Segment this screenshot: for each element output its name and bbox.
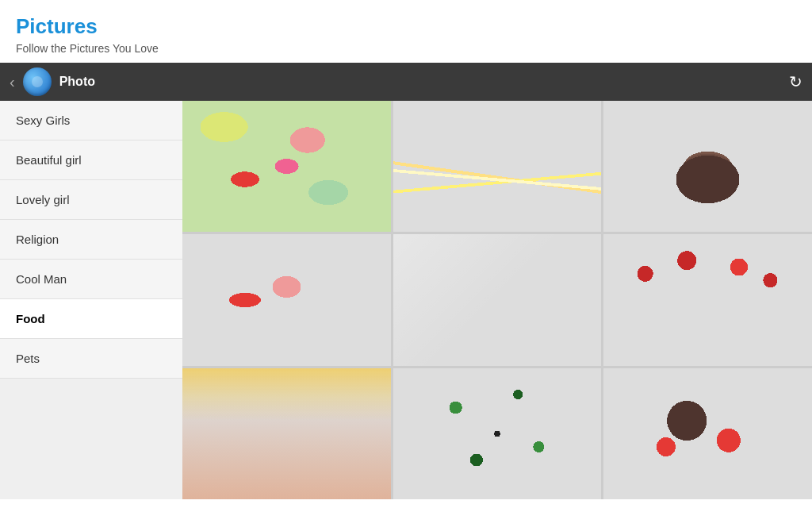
photo-image-noodles bbox=[393, 101, 602, 232]
sidebar-item-religion[interactable]: Religion bbox=[0, 220, 182, 260]
photo-cell-raspberry-cake[interactable] bbox=[603, 234, 812, 365]
photo-cell-pizza[interactable] bbox=[393, 368, 602, 499]
photo-cell-fruits[interactable] bbox=[182, 101, 391, 232]
photo-cell-octopus[interactable] bbox=[603, 368, 812, 499]
navbar: ‹ Photo ↻ bbox=[0, 63, 812, 101]
sidebar-item-beautiful-girl[interactable]: Beautiful girl bbox=[0, 140, 182, 180]
photo-grid bbox=[182, 101, 812, 499]
photo-cell-pancakes[interactable] bbox=[182, 368, 391, 499]
sidebar-item-sexy-girls[interactable]: Sexy Girls bbox=[0, 101, 182, 140]
main-content: Sexy GirlsBeautiful girlLovely girlRelig… bbox=[0, 101, 812, 499]
nav-refresh-button[interactable]: ↻ bbox=[789, 72, 802, 91]
photo-image-raspberry-cake bbox=[603, 234, 812, 365]
nav-back-chevron[interactable]: ‹ bbox=[10, 73, 15, 91]
page-subtitle: Follow the Pictures You Love bbox=[16, 42, 796, 55]
sidebar-item-cool-man[interactable]: Cool Man bbox=[0, 260, 182, 299]
sidebar-item-food[interactable]: Food bbox=[0, 299, 182, 339]
page-header: Pictures Follow the Pictures You Love bbox=[0, 0, 812, 63]
sidebar: Sexy GirlsBeautiful girlLovely girlRelig… bbox=[0, 101, 182, 499]
photo-cell-chocolate-cake[interactable] bbox=[603, 101, 812, 232]
photo-cell-noodles[interactable] bbox=[393, 101, 602, 232]
photo-image-pancakes bbox=[182, 368, 391, 499]
photo-cell-pastry[interactable] bbox=[393, 234, 602, 365]
photo-image-crepe-strawberry bbox=[182, 234, 391, 365]
photo-image-pizza bbox=[393, 368, 602, 499]
sidebar-item-lovely-girl[interactable]: Lovely girl bbox=[0, 180, 182, 220]
photo-image-octopus bbox=[603, 368, 812, 499]
photo-image-fruits bbox=[182, 101, 391, 232]
sidebar-item-pets[interactable]: Pets bbox=[0, 339, 182, 379]
nav-title: Photo bbox=[59, 75, 789, 89]
photo-image-chocolate-cake bbox=[603, 101, 812, 232]
page-title: Pictures bbox=[16, 14, 796, 39]
nav-app-icon bbox=[23, 67, 52, 96]
photo-cell-crepe-strawberry[interactable] bbox=[182, 234, 391, 365]
photo-image-pastry bbox=[393, 234, 602, 365]
